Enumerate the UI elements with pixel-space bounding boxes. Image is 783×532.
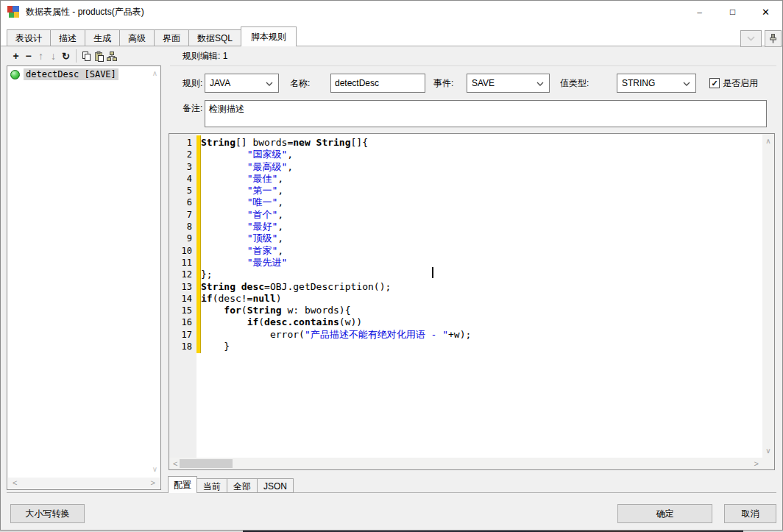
code-line: "国家级", [201, 149, 762, 160]
code-line: "首家", [201, 245, 762, 257]
tab-script-rules[interactable]: 脚本规则 [241, 26, 297, 46]
minimize-icon[interactable]: – [683, 1, 716, 23]
tab-interface[interactable]: 界面 [154, 29, 189, 46]
event-label: 事件: [433, 74, 453, 93]
add-icon[interactable]: + [10, 49, 22, 63]
code-line: String[] bwords=new String[]{ [201, 137, 762, 149]
bottom-tab-line [7, 492, 776, 493]
move-up-icon[interactable]: ↑ [35, 49, 47, 63]
code-line: if(desc!=null) [201, 293, 762, 305]
case-convert-button[interactable]: 大小写转换 [10, 504, 85, 523]
rule-tree-panel[interactable]: detectDesc [SAVE] ∧ ∨ < > [7, 65, 161, 490]
tree-horizontal-scrollbar[interactable]: < > [8, 478, 160, 489]
editor-scroll-left-icon[interactable]: < [173, 458, 177, 469]
ok-button[interactable]: 确定 [617, 504, 712, 523]
editor-scroll-up-icon[interactable]: ∧ [762, 137, 774, 145]
enabled-checkbox[interactable]: ✓ [709, 78, 720, 88]
editor-scroll-down-icon[interactable]: ∨ [762, 447, 774, 455]
script-editor[interactable]: 123456789101112131415161718 String[] bwo… [169, 133, 775, 470]
move-down-icon[interactable]: ↓ [47, 49, 60, 63]
rule-edit-counter: 规则编辑: 1 [183, 46, 227, 65]
code-line: String desc=OBJ.getDescription(); [201, 281, 762, 293]
chevron-down-icon [747, 36, 755, 41]
tree-scroll-right-icon[interactable]: > [151, 478, 155, 489]
chevron-down-icon [683, 82, 690, 86]
tab-data-sql[interactable]: 数据SQL [188, 29, 241, 46]
paste-icon[interactable] [93, 49, 105, 63]
editor-scroll-corner [762, 458, 774, 469]
line-number: 2 [169, 149, 196, 160]
table-properties-window: 数据表属性 - products(产品表) – □ ✕ 表设计 描述 生成 高级… [0, 0, 783, 531]
line-number: 6 [169, 196, 196, 208]
line-number: 11 [169, 257, 196, 269]
pin-button[interactable] [765, 30, 782, 47]
copy-icon[interactable] [80, 49, 93, 63]
code-line: "最好", [201, 221, 762, 233]
tree-scroll-down-icon[interactable]: ∨ [152, 465, 157, 473]
title-bar: 数据表属性 - products(产品表) – □ ✕ [1, 1, 782, 23]
tab-current[interactable]: 当前 [196, 478, 227, 493]
tab-generate[interactable]: 生成 [85, 29, 120, 46]
code-lines[interactable]: String[] bwords=new String[]{ "国家级", "最高… [201, 137, 762, 352]
remove-icon[interactable]: − [22, 49, 35, 63]
code-line: if(desc.contains(w)) [201, 316, 762, 328]
orgchart-icon[interactable] [105, 49, 118, 63]
editor-horizontal-scrollbar[interactable]: < > [169, 458, 762, 469]
enabled-label: 是否启用 [723, 74, 758, 93]
tree-scroll-left-icon[interactable]: < [13, 478, 17, 489]
rule-name-input[interactable] [330, 74, 425, 93]
maximize-icon[interactable]: □ [716, 1, 749, 23]
event-select[interactable]: SAVE [467, 74, 550, 93]
tree-scroll-up-icon[interactable]: ∧ [152, 69, 157, 77]
tree-item-detectdesc[interactable]: detectDesc [SAVE] [10, 68, 118, 80]
editor-hscroll-thumb[interactable] [180, 459, 233, 468]
remark-textarea[interactable]: 检测描述 [205, 100, 767, 127]
editor-vertical-scrollbar[interactable]: ∧ ∨ [762, 134, 774, 458]
toolbar-separator [76, 49, 77, 63]
chevron-down-icon [266, 82, 273, 86]
window-controls: – □ ✕ [683, 1, 782, 23]
line-number: 14 [169, 293, 196, 305]
line-number: 17 [169, 329, 196, 341]
tab-description[interactable]: 描述 [50, 29, 85, 46]
line-number: 15 [169, 305, 196, 316]
value-type-select[interactable]: STRING [617, 74, 696, 93]
refresh-icon[interactable]: ↻ [60, 49, 72, 63]
green-rule-icon [10, 70, 20, 79]
pin-icon [769, 34, 777, 43]
line-number-gutter: 123456789101112131415161718 [169, 134, 196, 458]
chevron-down-icon [536, 82, 544, 86]
tab-json[interactable]: JSON [257, 478, 294, 493]
line-number: 3 [169, 161, 196, 173]
tab-strip: 表设计 描述 生成 高级 界面 数据SQL 脚本规则 [1, 23, 782, 46]
cancel-button[interactable]: 取消 [724, 504, 776, 523]
rule-type-select[interactable]: JAVA [205, 74, 279, 93]
code-line: "首个", [201, 209, 762, 221]
value-type-value: STRING [622, 78, 655, 88]
line-number: 5 [169, 185, 196, 196]
app-icon [7, 6, 19, 18]
editor-scroll-right-icon[interactable]: > [754, 458, 759, 469]
rule-toolbar: + − ↑ ↓ ↻ [10, 46, 118, 65]
line-number: 16 [169, 316, 196, 328]
code-line: "最高级", [201, 161, 762, 173]
line-number: 13 [169, 281, 196, 293]
line-number: 9 [169, 233, 196, 244]
dropdown-chevron-button[interactable] [740, 30, 762, 47]
tab-all[interactable]: 全部 [227, 478, 258, 493]
code-line: "最佳", [201, 173, 762, 185]
close-icon[interactable]: ✕ [749, 1, 782, 23]
code-line: }; [201, 269, 762, 280]
code-line: "最先进" [201, 257, 762, 269]
text-caret [432, 267, 433, 278]
tree-item-label: detectDesc [SAVE] [24, 68, 118, 80]
gutter-numbers: 123456789101112131415161718 [169, 137, 196, 352]
tab-advanced[interactable]: 高级 [119, 29, 155, 46]
tab-bar: 表设计 描述 生成 高级 界面 数据SQL 脚本规则 [7, 26, 297, 46]
tab-table-design[interactable]: 表设计 [7, 29, 51, 46]
rule-type-value: JAVA [210, 78, 230, 88]
code-line: "第一", [201, 185, 762, 196]
tab-config[interactable]: 配置 [168, 476, 197, 493]
line-number: 8 [169, 221, 196, 233]
code-line: "唯一", [201, 196, 762, 208]
